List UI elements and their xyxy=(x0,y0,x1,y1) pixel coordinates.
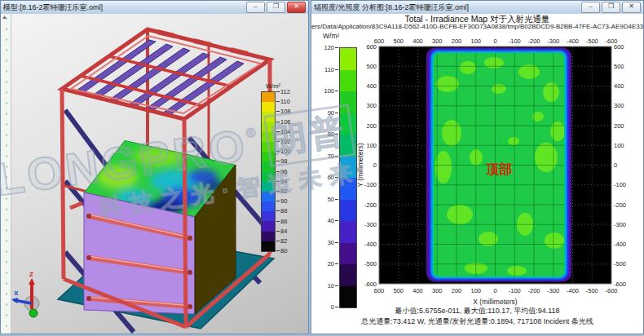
colorbar-tick xyxy=(335,199,338,200)
x-tick-bottom: -300 xyxy=(547,287,559,294)
colorbar-tick-label: 94 xyxy=(280,178,287,185)
test-box xyxy=(84,140,236,314)
colorbar-tick-label: 90 xyxy=(280,197,287,205)
colorbar-tick xyxy=(335,134,338,135)
legend-colorbar xyxy=(261,91,276,252)
colorbar-tick-label: 100 xyxy=(321,87,334,95)
map-window-titlebar[interactable]: 辐照度/光照度 分析图:[8.16-2霍特珊汪乐室.oml] – ❐ ✕ xyxy=(311,1,643,15)
y-tick-right: 500 xyxy=(614,63,624,70)
colorbar-segment xyxy=(262,182,275,192)
y-tick-left: 100 xyxy=(366,142,377,149)
bright-patch xyxy=(543,82,559,102)
colorbar-tick-label: 60 xyxy=(321,174,334,181)
restore-button[interactable]: ❐ xyxy=(267,2,285,13)
colorbar-tick xyxy=(276,151,280,152)
y-tick-right: 400 xyxy=(614,82,624,90)
y-tick-right: -400 xyxy=(614,241,626,248)
y-tick-left: -500 xyxy=(364,260,377,267)
x-tick-bottom: 100 xyxy=(470,287,481,294)
colorbar-tick xyxy=(276,122,280,122)
colorbar-tick xyxy=(276,111,280,112)
x-tick-bottom: 600 xyxy=(374,287,385,294)
bright-patch xyxy=(550,122,565,141)
x-tick-top: -400 xyxy=(567,38,579,45)
colorbar-tick xyxy=(276,241,280,241)
y-tick-right: -300 xyxy=(614,221,626,228)
axis-triad: Z X xyxy=(11,271,39,317)
z-axis-label: Z xyxy=(29,271,33,278)
colorbar-tick xyxy=(276,250,280,251)
irradiance-map-window: 辐照度/光照度 分析图:[8.16-2霍特珊汪乐室.oml] – ❐ ✕ Tot… xyxy=(311,0,644,334)
colorbar-tick-label: 104 xyxy=(280,128,291,135)
y-tick-left: -100 xyxy=(364,181,377,188)
colorbar-tick xyxy=(276,191,280,192)
x-tick-bottom: -100 xyxy=(509,287,521,294)
y-tick-left: -300 xyxy=(364,221,377,228)
colorbar-segment xyxy=(262,241,275,251)
colorbar-tick xyxy=(335,47,338,48)
y-tick-right: -600 xyxy=(614,281,626,288)
colorbar-tick xyxy=(276,91,280,92)
bright-patch xyxy=(445,81,458,91)
model-tree-strip[interactable]: ▲ xyxy=(1,14,11,334)
colorbar-segment xyxy=(262,161,275,171)
model-window-content: ▲ xyxy=(1,14,308,334)
y-tick-right: -200 xyxy=(614,201,626,209)
colorbar-segment xyxy=(262,102,275,112)
y-tick-left: 200 xyxy=(366,122,377,130)
y-tick-right: 600 xyxy=(614,43,624,51)
x-tick-bottom: 200 xyxy=(452,287,462,294)
minimize-button[interactable]: – xyxy=(246,2,265,13)
colorbar-tick xyxy=(276,161,280,161)
colorbar-tick-label: 40 xyxy=(321,217,334,224)
colorbar-unit: W/m² xyxy=(323,32,339,40)
colorbar-tick xyxy=(276,231,280,232)
bright-patch xyxy=(535,143,558,172)
colorbar-tick-label: 86 xyxy=(280,218,287,225)
bright-patch xyxy=(507,266,527,276)
collapse-arrow-icon[interactable]: ▲ xyxy=(2,14,7,20)
colorbar-tick-label: 88 xyxy=(280,207,287,214)
colorbar-tick-label: 92 xyxy=(280,188,287,195)
colorbar-tick xyxy=(335,177,338,178)
x-tick-bottom: 0 xyxy=(493,287,496,294)
colorbar-tick-label: 102 xyxy=(280,138,291,145)
stats-min-max-avg: 最小值:5.6755e-011, 最大值:110.17, 平均值:94.118 xyxy=(311,306,643,316)
colorbar-tick xyxy=(335,242,338,243)
x-tick-bottom: -400 xyxy=(567,287,579,294)
colorbar-tick-label: 10 xyxy=(321,282,334,290)
restore-button[interactable]: ❐ xyxy=(602,2,620,13)
colorbar-segment xyxy=(262,132,275,142)
y-tick-right: 100 xyxy=(614,142,624,149)
colorbar-segment xyxy=(262,221,275,231)
x-tick-top: 500 xyxy=(393,38,404,45)
y-tick-right: 200 xyxy=(614,122,624,130)
colorbar-tick-label: 110 xyxy=(280,98,290,105)
colorbar-tick-label: 84 xyxy=(280,228,287,235)
colorbar-tick xyxy=(276,201,280,201)
x-tick-top: 400 xyxy=(412,38,423,45)
bright-patch xyxy=(442,120,461,146)
y-tick-right: 300 xyxy=(614,102,624,109)
model-window-titlebar[interactable]: 模型:[8.16-2霍特珊汪乐室.oml] – ❐ ✕ xyxy=(1,1,308,15)
colorbar-tick xyxy=(276,221,280,222)
y-tick-left: 500 xyxy=(366,63,377,70)
colorbar-tick xyxy=(335,220,338,221)
colorbar-tick xyxy=(276,181,280,182)
x-axis-title: X (millimeters) xyxy=(473,298,517,306)
bright-patch xyxy=(492,84,506,94)
colorbar-tick-label: 50 xyxy=(321,196,334,203)
colorbar-tick xyxy=(276,210,280,211)
colorbar-segment xyxy=(262,92,275,102)
lamp-tubes xyxy=(74,40,244,116)
close-button[interactable]: ✕ xyxy=(622,2,641,13)
map-window-title: 辐照度/光照度 分析图:[8.16-2霍特珊汪乐室.oml] xyxy=(314,2,581,13)
minimize-button[interactable]: – xyxy=(581,2,600,13)
bright-patch xyxy=(508,137,519,145)
y-tick-left: 0 xyxy=(373,161,377,169)
close-button[interactable]: ✕ xyxy=(287,2,306,13)
colorbar-tick-label: 120 xyxy=(321,44,334,51)
map-annotation: 顶部 xyxy=(485,161,512,176)
colorbar-segment xyxy=(262,232,275,241)
model-3d-viewport[interactable]: Z X W/m² 1121101081061041021009896949290… xyxy=(11,14,308,334)
